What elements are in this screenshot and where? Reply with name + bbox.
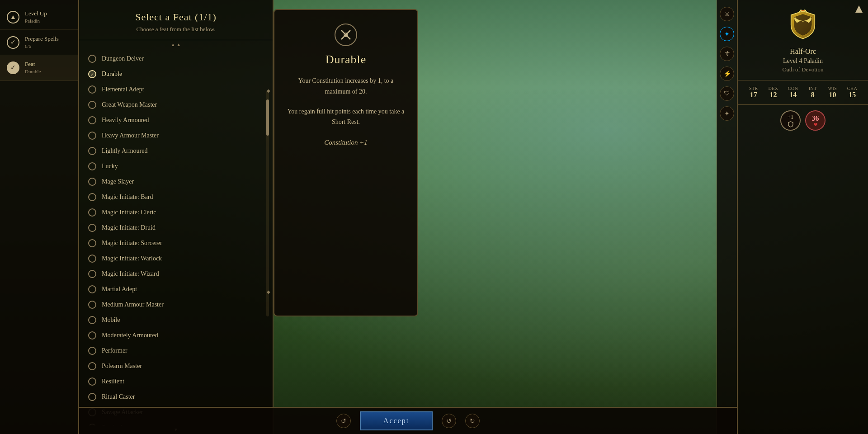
panel-expand-btn[interactable] (854, 5, 863, 15)
feat-name-2: Elemental Adept (102, 86, 144, 93)
feat-list-item[interactable]: Heavily Armoured (79, 113, 273, 128)
right-icon-equipment[interactable]: 🛡 (720, 86, 734, 101)
bottom-left-icon-1[interactable]: ↺ (336, 414, 351, 428)
stats-area: STR 17 DEX 12 CON 14 INT 8 WIS 10 CHA 15 (738, 80, 868, 105)
feat-name-10: Magic Initiate: Cleric (102, 209, 156, 216)
stat-value-con: 14 (784, 91, 802, 99)
feat-list-item[interactable]: Durable (79, 66, 273, 82)
feat-list: Dungeon Delver Durable Elemental Adept G… (79, 49, 273, 425)
nav-item-feat[interactable]: ✓ Feat Durable (0, 55, 78, 80)
feat-name-14: Magic Initiate: Wizard (102, 270, 159, 278)
diamond-marker-top: ◆ (267, 88, 270, 93)
feat-radio-2 (88, 85, 96, 94)
stat-label-cha: CHA (843, 86, 861, 91)
hp-value: 36 (812, 114, 819, 123)
feat-list-item[interactable]: Resilient (79, 374, 273, 389)
feat-name-12: Magic Initiate: Sorcerer (102, 240, 162, 247)
feat-list-item[interactable]: Great Weapon Master (79, 97, 273, 113)
feat-list-title: Select a Feat (1/1) (88, 11, 264, 23)
feat-radio-0 (88, 55, 96, 63)
stat-label-int: INT (804, 86, 822, 91)
stat-col-dex: DEX 12 (764, 86, 783, 99)
diamond-marker-bottom: ◆ (267, 289, 270, 294)
feat-radio-8 (88, 178, 96, 186)
nav-label-feat: Feat Durable (25, 61, 41, 75)
feat-list-item[interactable]: Ritual Caster (79, 389, 273, 405)
feat-name-17: Mobile (102, 316, 120, 324)
feat-list-item[interactable]: Magic Initiate: Bard (79, 189, 273, 205)
hit-points-icon: 36 (805, 110, 826, 131)
feat-detail-icon (335, 24, 357, 46)
feat-radio-9 (88, 193, 96, 201)
right-icons-column: ⚔ ✦ 🗡 ⚡ 🛡 ✦ (717, 0, 737, 434)
class-icon (785, 7, 821, 43)
feat-list-item[interactable]: Magic Initiate: Sorcerer (79, 236, 273, 251)
left-navigation-panel: ▲ Level Up Paladin ✓ Prepare Spells 6/6 … (0, 0, 79, 434)
right-icon-character[interactable]: ⚔ (720, 7, 734, 21)
feat-constitution-bonus: Constitution +1 (324, 139, 368, 146)
character-class: Level 4 Paladin (783, 57, 823, 65)
stat-label-wis: WIS (824, 86, 842, 91)
feat-list-item[interactable]: Mobile (79, 312, 273, 328)
stat-label-con: CON (784, 86, 802, 91)
feat-list-item[interactable]: Heavy Armour Master (79, 128, 273, 143)
feat-list-subtitle: Choose a feat from the list below. (88, 26, 264, 33)
feat-name-8: Mage Slayer (102, 178, 134, 185)
hp-ac-area: +1 36 (738, 105, 868, 136)
nav-item-level-up[interactable]: ▲ Level Up Paladin (0, 5, 78, 30)
character-race: Half-Orc (790, 47, 816, 56)
feat-list-item[interactable]: Magic Initiate: Druid (79, 220, 273, 236)
feat-list-panel: Select a Feat (1/1) Choose a feat from t… (79, 0, 274, 434)
feat-list-item[interactable]: Lucky (79, 159, 273, 174)
feat-radio-17 (88, 316, 96, 324)
feat-name-3: Great Weapon Master (102, 101, 157, 108)
feat-list-item[interactable]: Medium Armour Master (79, 297, 273, 312)
feat-list-item[interactable]: Mage Slayer (79, 174, 273, 189)
feat-list-item[interactable]: Magic Initiate: Warlock (79, 251, 273, 266)
right-icon-misc[interactable]: ✦ (720, 106, 734, 121)
ac-value: +1 (788, 114, 793, 121)
feat-list-item[interactable]: Magic Initiate: Cleric (79, 205, 273, 220)
svg-marker-3 (855, 5, 863, 13)
feat-radio-1 (88, 70, 96, 78)
stat-label-str: STR (745, 86, 763, 91)
stat-value-cha: 15 (843, 91, 861, 99)
bottom-right-icon-1[interactable]: ↺ (442, 414, 456, 428)
right-icon-spells[interactable]: 🗡 (720, 47, 734, 61)
feat-radio-15 (88, 285, 96, 293)
feat-list-item[interactable]: Elemental Adept (79, 82, 273, 97)
feat-name-1: Durable (102, 71, 122, 78)
feat-list-item[interactable]: Polearm Master (79, 359, 273, 374)
bottom-bar: ↺ Accept ↺ ↻ (79, 407, 737, 434)
feat-radio-16 (88, 301, 96, 309)
bottom-right-icon-2[interactable]: ↻ (465, 414, 480, 428)
feat-detail-title: Durable (326, 53, 367, 66)
hit-points-box: 36 (805, 110, 826, 131)
stat-label-dex: DEX (764, 86, 783, 91)
feat-name-9: Magic Initiate: Bard (102, 193, 153, 201)
scrollbar-thumb[interactable] (266, 99, 269, 136)
stat-value-int: 8 (804, 91, 822, 99)
feat-radio-7 (88, 162, 96, 170)
feat-name-0: Dungeon Delver (102, 55, 144, 62)
feat-list-item[interactable]: Lightly Armoured (79, 143, 273, 159)
accept-button[interactable]: Accept (360, 411, 433, 430)
feat-radio-18 (88, 331, 96, 340)
right-icon-skills[interactable]: ✦ (720, 27, 734, 41)
feat-list-item[interactable]: Martial Adept (79, 282, 273, 297)
scrollbar-track[interactable] (266, 90, 269, 316)
feat-list-item[interactable]: Dungeon Delver (79, 51, 273, 66)
nav-label-level-up: Level Up Paladin (25, 10, 47, 24)
feat-list-item[interactable]: Magic Initiate: Wizard (79, 266, 273, 282)
right-icon-actions[interactable]: ⚡ (720, 66, 734, 81)
stat-col-str: STR 17 (745, 86, 763, 99)
feat-list-item[interactable]: Moderately Armoured (79, 328, 273, 343)
feat-radio-21 (88, 377, 96, 386)
feat-radio-6 (88, 147, 96, 155)
feat-name-5: Heavy Armour Master (102, 132, 159, 139)
feat-name-16: Medium Armour Master (102, 301, 164, 308)
nav-item-prepare-spells[interactable]: ✓ Prepare Spells 6/6 (0, 30, 78, 55)
character-panel: Half-Orc Level 4 Paladin Oath of Devotio… (737, 0, 868, 434)
feat-name-11: Magic Initiate: Druid (102, 224, 156, 231)
feat-list-item[interactable]: Performer (79, 343, 273, 359)
